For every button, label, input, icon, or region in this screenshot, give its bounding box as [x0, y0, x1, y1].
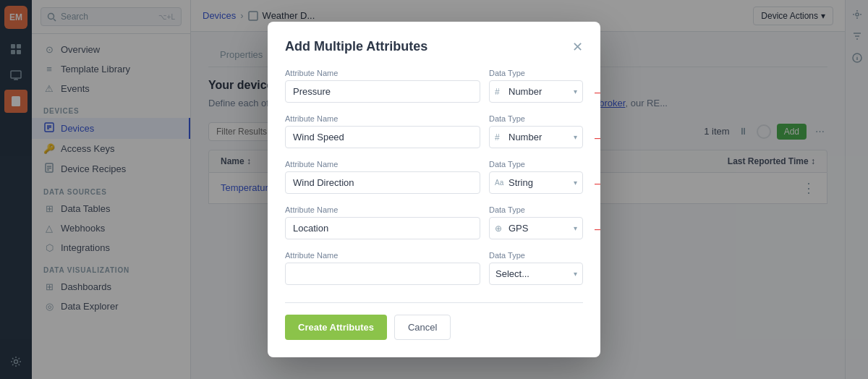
remove-attr-button-4[interactable]: —: [592, 221, 600, 238]
attr-name-input-5[interactable]: [285, 263, 480, 285]
attr-name-input-4[interactable]: [285, 217, 480, 239]
attr-name-group-1: Attribute Name: [285, 69, 480, 103]
attr-type-wrapper-4: ⊕ Number String GPS Boolean ▾: [489, 217, 583, 239]
attr-type-select-4[interactable]: Number String GPS Boolean: [489, 217, 583, 239]
attr-type-label-4: Data Type: [489, 205, 583, 214]
attr-type-select-5[interactable]: Select... Number String GPS Boolean: [489, 263, 583, 285]
attr-name-input-2[interactable]: [285, 126, 480, 148]
attribute-row-1: Attribute Name Data Type # Number String…: [285, 69, 583, 103]
attr-type-wrapper-1: # Number String GPS Boolean ▾: [489, 80, 583, 103]
remove-attr-button-1[interactable]: —: [592, 84, 600, 101]
attr-name-label-4: Attribute Name: [285, 205, 480, 214]
attr-type-wrapper-3: Aa Number String GPS Boolean ▾: [489, 171, 583, 194]
attr-type-group-5: Data Type Select... Number String GPS Bo…: [489, 251, 583, 285]
attr-type-group-1: Data Type # Number String GPS Boolean ▾: [489, 69, 583, 103]
attribute-row-5: Attribute Name Data Type Select... Numbe…: [285, 251, 583, 285]
attr-type-label-2: Data Type: [489, 114, 583, 123]
attr-type-wrapper-5: Select... Number String GPS Boolean ▾: [489, 263, 583, 285]
modal-overlay: Add Multiple Attributes ✕ Attribute Name…: [0, 0, 868, 379]
attr-name-input-3[interactable]: [285, 171, 480, 194]
attr-name-group-2: Attribute Name: [285, 114, 480, 148]
cancel-button[interactable]: Cancel: [394, 315, 451, 340]
modal-close-button[interactable]: ✕: [572, 41, 583, 54]
attr-name-group-4: Attribute Name: [285, 205, 480, 239]
attr-type-select-1[interactable]: Number String GPS Boolean: [489, 80, 583, 103]
modal-title: Add Multiple Attributes: [285, 39, 427, 54]
attr-name-label-5: Attribute Name: [285, 251, 480, 260]
attr-name-label-2: Attribute Name: [285, 114, 480, 123]
modal-footer: Create Attributes Cancel: [285, 302, 583, 340]
attribute-row-2: Attribute Name Data Type # Number String…: [285, 114, 583, 148]
attribute-row-3: Attribute Name Data Type Aa Number Strin…: [285, 160, 583, 194]
attr-type-label-3: Data Type: [489, 160, 583, 169]
attr-name-input-1[interactable]: [285, 80, 480, 103]
attr-type-select-2[interactable]: Number String GPS Boolean: [489, 126, 583, 148]
create-attributes-button[interactable]: Create Attributes: [285, 315, 387, 340]
attribute-row-4: Attribute Name Data Type ⊕ Number String…: [285, 205, 583, 239]
attr-type-label-1: Data Type: [489, 69, 583, 77]
attr-type-select-3[interactable]: Number String GPS Boolean: [489, 171, 583, 194]
attr-name-group-3: Attribute Name: [285, 160, 480, 194]
remove-attr-button-3[interactable]: —: [592, 175, 600, 192]
attr-type-wrapper-2: # Number String GPS Boolean ▾: [489, 126, 583, 148]
attr-type-group-2: Data Type # Number String GPS Boolean ▾: [489, 114, 583, 148]
attr-name-label-1: Attribute Name: [285, 69, 480, 77]
attr-type-label-5: Data Type: [489, 251, 583, 260]
modal-add-attributes: Add Multiple Attributes ✕ Attribute Name…: [268, 22, 600, 357]
attr-type-group-4: Data Type ⊕ Number String GPS Boolean ▾: [489, 205, 583, 239]
remove-attr-button-2[interactable]: —: [592, 129, 600, 147]
modal-header: Add Multiple Attributes ✕: [285, 39, 583, 54]
attr-type-group-3: Data Type Aa Number String GPS Boolean ▾: [489, 160, 583, 194]
attr-name-label-3: Attribute Name: [285, 160, 480, 169]
attr-name-group-5: Attribute Name: [285, 251, 480, 285]
